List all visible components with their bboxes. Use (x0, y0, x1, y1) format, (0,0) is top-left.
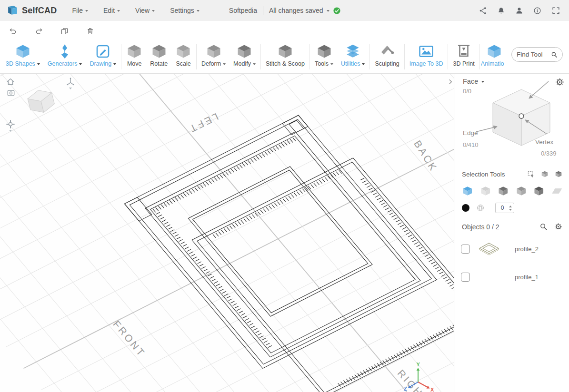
toolbar-item-move[interactable]: Move (122, 42, 146, 67)
deform-icon (206, 43, 222, 59)
object-checkbox[interactable] (461, 245, 470, 254)
gear-icon (555, 78, 564, 87)
object-name[interactable]: profile_2 (515, 245, 539, 253)
toolbar-item-scale[interactable]: Scale (171, 42, 195, 67)
toolbar-item-stitch-scoop[interactable]: Stitch & Scoop (262, 42, 309, 67)
marquee-select-icon[interactable] (527, 170, 535, 178)
toolbar-separator (196, 44, 197, 69)
cube-select-icon[interactable] (541, 170, 549, 178)
toolbar-item-3d-shapes[interactable]: 3D Shapes (2, 42, 44, 67)
selection-tools-row: Selection Tools (455, 168, 569, 180)
undo-button[interactable] (9, 27, 17, 35)
object-name[interactable]: profile_1 (515, 274, 539, 281)
color-swatch[interactable] (462, 204, 469, 212)
select-plane-icon[interactable] (551, 185, 563, 197)
menu-file[interactable]: File (64, 0, 96, 21)
grid-label-right: RIGHT (395, 368, 430, 392)
scale-icon (175, 43, 191, 59)
gizmo-toggle-button[interactable] (66, 77, 75, 91)
trash-icon (86, 27, 94, 35)
toolbar-label: Image To 3D (409, 60, 443, 67)
chevron-right-icon (447, 78, 454, 85)
divider (263, 6, 263, 15)
menubar: SelfCAD File Edit View Settings Softpedi… (0, 0, 569, 21)
panel-collapse-button[interactable] (446, 76, 455, 88)
toolbar-label: Rotate (150, 60, 168, 67)
objects-settings-gear-icon[interactable] (554, 223, 562, 231)
move-icon (126, 43, 142, 59)
info-button[interactable] (533, 7, 541, 15)
rounding-stepper[interactable]: 0 (495, 203, 514, 213)
toolbar-item-generators[interactable]: Generators (44, 42, 86, 67)
menu-view-label: View (135, 7, 150, 14)
object-row-profile-2[interactable]: profile_2 (455, 235, 569, 263)
volume-select-icon[interactable] (555, 170, 562, 178)
view-cube[interactable] (22, 85, 60, 117)
object-thumbnail (477, 267, 501, 287)
selection-settings-button[interactable] (555, 78, 564, 87)
select-body-icon[interactable] (462, 185, 473, 197)
menubar-actions (479, 6, 562, 15)
toolbar-item-rotate[interactable]: Rotate (146, 42, 171, 67)
find-tool-search[interactable] (511, 47, 563, 62)
copy-button[interactable] (60, 27, 69, 35)
select-polygons-icon[interactable] (516, 185, 527, 197)
toolbar-item-sculpting[interactable]: Sculpting (371, 42, 403, 67)
select-vertices-icon[interactable] (480, 185, 491, 197)
fullscreen-icon (551, 6, 560, 15)
find-tool-input[interactable] (517, 51, 548, 58)
delete-button[interactable] (86, 27, 94, 35)
select-solid-icon[interactable] (533, 185, 545, 197)
stepper-up-icon[interactable] (509, 204, 512, 207)
toolbar-label: Stitch & Scoop (266, 60, 305, 67)
object-row-profile-1[interactable]: profile_1 (455, 263, 569, 291)
ground-grid (0, 74, 454, 392)
grid-label-left: LEFT (187, 111, 220, 135)
selection-mode-value: Face (463, 78, 478, 85)
toolbar-item-3d-print[interactable]: 3D Print (449, 42, 478, 67)
account-button[interactable] (515, 7, 523, 15)
home-view-button[interactable] (6, 77, 15, 87)
profile-thumbnail-icon (479, 242, 499, 256)
toolbar-separator (448, 44, 448, 69)
rotate-icon (151, 43, 167, 59)
share-button[interactable] (479, 7, 487, 15)
axis-y-label: Y (417, 362, 420, 367)
screenshot-button[interactable] (6, 88, 16, 98)
redo-button[interactable] (35, 27, 43, 35)
drawing-icon (95, 43, 111, 59)
vertex-count: 0/339 (541, 150, 557, 157)
selfcad-logo[interactable]: SelfCAD (7, 5, 57, 17)
object-checkbox[interactable] (461, 273, 470, 282)
toolbar-item-modify[interactable]: Modify (230, 42, 260, 67)
3d-print-icon (456, 43, 472, 59)
person-icon (515, 7, 523, 15)
toolbar-item-image-to-3d[interactable]: Image To 3D (406, 42, 447, 67)
app-title: SelfCAD (22, 6, 57, 16)
selection-options-row: 0 (455, 199, 569, 216)
search-objects-icon[interactable] (539, 223, 548, 231)
modify-icon (236, 43, 252, 59)
profile-wireframes (124, 108, 454, 392)
select-faces-icon[interactable] (498, 185, 509, 197)
menu-view[interactable]: View (128, 0, 162, 21)
3d-viewport[interactable]: LEFT BACK FRONT RIGHT Y X Z (0, 74, 455, 392)
fullscreen-button[interactable] (551, 6, 560, 15)
menu-edit[interactable]: Edit (96, 0, 128, 21)
menu-settings[interactable]: Settings (162, 0, 207, 21)
viewport-canvas[interactable]: LEFT BACK FRONT RIGHT Y X Z (0, 74, 454, 392)
toolbar-item-deform[interactable]: Deform (198, 42, 230, 67)
falloff-sphere-icon[interactable] (476, 204, 485, 212)
toolbar-item-drawing[interactable]: Drawing (86, 42, 120, 67)
tools-icon (316, 43, 332, 59)
toolbar-item-tools[interactable]: Tools (311, 42, 337, 67)
notifications-button[interactable] (497, 7, 505, 15)
animation-icon (486, 43, 502, 59)
toolbar-item-animation[interactable]: Animation (481, 42, 504, 67)
toolbar-item-utilities[interactable]: Utilities (337, 42, 369, 67)
save-status-dropdown[interactable]: All changes saved (269, 7, 341, 15)
object-thumbnail (477, 239, 501, 259)
selection-mode-dropdown[interactable]: Face (463, 78, 484, 85)
stepper-down-icon[interactable] (509, 209, 512, 212)
orbit-settings-button[interactable] (6, 119, 15, 133)
